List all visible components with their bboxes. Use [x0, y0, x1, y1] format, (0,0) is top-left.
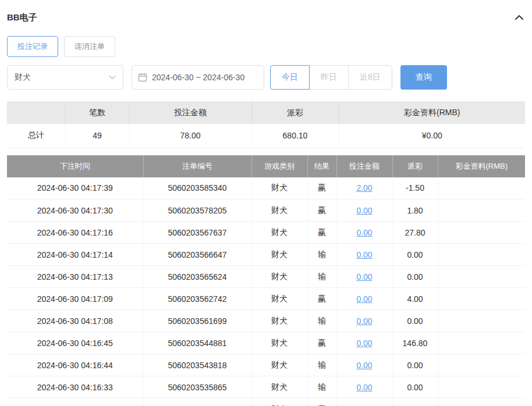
- header-bonus: 彩金资料(RMB): [438, 155, 525, 177]
- table-row: 2024-06-30 04:17:395060203585340财犬赢2.00-…: [7, 177, 525, 200]
- summary-total-row: 总计 49 78.00 680.10 ¥0.00: [7, 124, 525, 148]
- cell-payout: 0.00: [392, 310, 438, 332]
- summary-header-row: 笔数 投注金额 派彩 彩金资料(RMB): [7, 101, 525, 124]
- cell-order-id: 5060203562742: [143, 288, 251, 310]
- cell-order-id: 5060203543818: [143, 354, 251, 376]
- cell-game: 财犬: [251, 354, 307, 376]
- cell-result: 输: [307, 354, 336, 376]
- cell-bonus: [438, 200, 525, 222]
- summary-header-bet-amount: 投注金额: [129, 101, 251, 124]
- bet-amount-link[interactable]: 0.00: [356, 206, 372, 215]
- bet-amount-link[interactable]: 0.00: [356, 339, 372, 348]
- bet-amount-link[interactable]: 0.00: [356, 228, 372, 237]
- cell-time: 2024-06-30 04:17:14: [7, 244, 143, 266]
- bet-amount-link[interactable]: 0.00: [356, 250, 372, 259]
- cell-bet: 0.00: [336, 354, 392, 376]
- bet-amount-link[interactable]: 0.00: [356, 294, 372, 304]
- table-row: 2024-06-30 04:16:455060203544881财犬赢0.001…: [7, 332, 525, 354]
- cell-result: 赢: [307, 398, 336, 406]
- cell-bet: 0.00: [336, 222, 392, 244]
- summary-header-bonus: 彩金资料(RMB): [339, 101, 525, 124]
- cell-time: 2024-06-30 04:17:16: [7, 222, 143, 244]
- cell-payout: 27.80: [392, 222, 438, 244]
- cell-time: 2024-06-30 04:16:33: [7, 376, 143, 398]
- cell-time: 2024-06-30 04:15:56: [7, 398, 143, 406]
- cell-result: 赢: [307, 200, 336, 222]
- cell-result: 输: [307, 310, 336, 332]
- cell-bet: 0.00: [336, 398, 392, 406]
- cell-bonus: [438, 244, 525, 266]
- cell-bet: 0.00: [336, 266, 392, 288]
- bet-amount-link[interactable]: 0.00: [356, 383, 372, 392]
- header-result: 结果: [307, 155, 336, 177]
- cell-bonus: [438, 310, 525, 332]
- filter-row: 财犬 2024-06-30 ~ 2024-06-30 今日 昨日 近8日 查询: [7, 65, 525, 90]
- table-row: 2024-06-30 04:15:565060203527289财犬赢0.005…: [7, 398, 525, 406]
- table-row: 2024-06-30 04:17:165060203567637财犬赢0.002…: [7, 222, 525, 244]
- bet-records-panel: BB电子 投注记录 连消注单 财犬 2024-06-30 ~ 2024-06-3…: [0, 0, 532, 406]
- bet-amount-link[interactable]: 0.00: [356, 272, 372, 282]
- date-range-input[interactable]: 2024-06-30 ~ 2024-06-30: [132, 65, 264, 90]
- cell-payout: 0.00: [392, 354, 438, 376]
- summary-header-count: 笔数: [65, 101, 129, 124]
- header-bet-amount: 投注金额: [336, 155, 392, 177]
- cell-game: 财犬: [251, 222, 307, 244]
- cell-payout: 4.00: [392, 288, 438, 310]
- cell-time: 2024-06-30 04:17:09: [7, 288, 143, 310]
- page-title: BB电子: [7, 12, 37, 23]
- cell-bet: 0.00: [336, 288, 392, 310]
- date-range-value: 2024-06-30 ~ 2024-06-30: [152, 73, 244, 82]
- cell-payout: 0.00: [392, 266, 438, 288]
- cell-payout: 146.80: [392, 332, 438, 354]
- bet-amount-link[interactable]: 2.00: [356, 183, 372, 193]
- cell-result: 赢: [307, 332, 336, 354]
- cell-bet: 0.00: [336, 310, 392, 332]
- cell-game: 财犬: [251, 177, 307, 200]
- game-select-value: 财犬: [15, 72, 31, 83]
- table-row: 2024-06-30 04:16:335060203535865财犬输0.000…: [7, 376, 525, 398]
- tab-combo-orders[interactable]: 连消注单: [64, 36, 115, 57]
- bet-amount-link[interactable]: 0.00: [356, 361, 372, 370]
- cell-game: 财犬: [251, 288, 307, 310]
- summary-total-payout: 680.10: [251, 124, 339, 148]
- search-button[interactable]: 查询: [400, 65, 447, 90]
- cell-result: 输: [307, 266, 336, 288]
- cell-order-id: 5060203578205: [143, 200, 251, 222]
- cell-game: 财犬: [251, 376, 307, 398]
- chevron-down-icon: [109, 75, 116, 80]
- summary-total-count: 49: [65, 124, 129, 148]
- table-row: 2024-06-30 04:16:445060203543818财犬输0.000…: [7, 354, 525, 376]
- cell-bet: 2.00: [336, 177, 392, 200]
- tab-bet-records[interactable]: 投注记录: [7, 36, 58, 57]
- cell-bonus: [438, 354, 525, 376]
- cell-result: 输: [307, 244, 336, 266]
- table-header-row: 下注时间 注单编号 游戏类别 结果 投注金额 派彩 彩金资料(RMB): [7, 155, 525, 177]
- cell-bet: 0.00: [336, 244, 392, 266]
- summary-total-label: 总计: [7, 124, 65, 148]
- cell-result: 赢: [307, 288, 336, 310]
- cell-time: 2024-06-30 04:17:08: [7, 310, 143, 332]
- quick-date-buttons: 今日 昨日 近8日: [270, 65, 392, 90]
- cell-bonus: [438, 222, 525, 244]
- today-button[interactable]: 今日: [270, 65, 310, 90]
- cell-result: 赢: [307, 177, 336, 200]
- table-row: 2024-06-30 04:17:145060203566647财犬输0.000…: [7, 244, 525, 266]
- cell-game: 财犬: [251, 310, 307, 332]
- cell-order-id: 5060203565624: [143, 266, 251, 288]
- table-row: 2024-06-30 04:17:095060203562742财犬赢0.004…: [7, 288, 525, 310]
- game-select[interactable]: 财犬: [7, 65, 123, 90]
- yesterday-button[interactable]: 昨日: [309, 65, 349, 90]
- header-order-id: 注单编号: [143, 155, 251, 177]
- cell-order-id: 5060203544881: [143, 332, 251, 354]
- cell-bonus: [438, 398, 525, 406]
- last-8-days-button[interactable]: 近8日: [348, 65, 392, 90]
- cell-time: 2024-06-30 04:17:30: [7, 200, 143, 222]
- cell-order-id: 5060203566647: [143, 244, 251, 266]
- table-row: 2024-06-30 04:17:085060203561699财犬输0.000…: [7, 310, 525, 332]
- cell-game: 财犬: [251, 332, 307, 354]
- cell-time: 2024-06-30 04:16:45: [7, 332, 143, 354]
- bet-amount-link[interactable]: 0.00: [356, 316, 372, 326]
- header-bet-time: 下注时间: [7, 155, 143, 177]
- collapse-button[interactable]: [513, 13, 525, 22]
- summary-header-payout: 派彩: [251, 101, 339, 124]
